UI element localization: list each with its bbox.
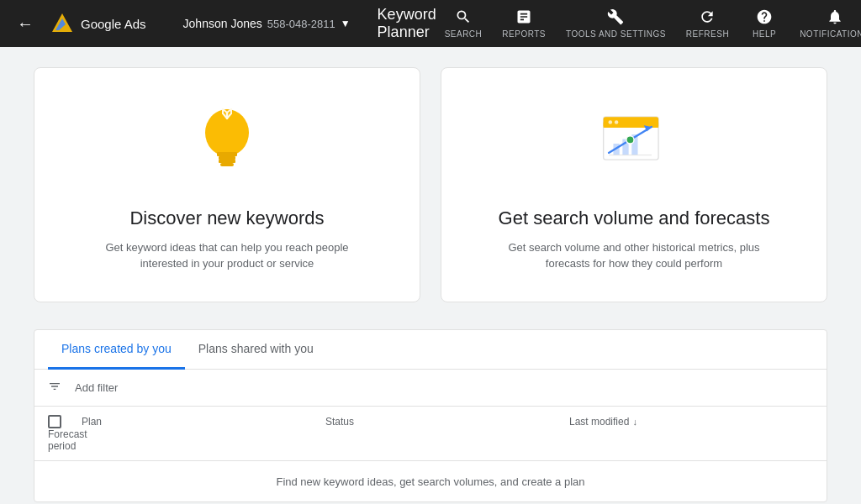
column-header-plan: Plan [82,416,325,428]
account-name: Johnson Jones [183,17,262,30]
column-header-forecast-period: Forecast period [48,428,82,452]
discover-keywords-icon-area [185,97,269,190]
help-nav-label: HELP [753,29,776,39]
svg-rect-6 [219,156,235,160]
svg-point-20 [615,120,619,124]
search-nav-button[interactable]: SEARCH [436,3,491,44]
account-selector[interactable]: Johnson Jones 558-048-2811 ▼ [183,17,351,30]
account-chevron-icon: ▼ [341,18,351,29]
add-filter-button[interactable]: Add filter [68,378,124,397]
last-modified-label: Last modified [569,416,629,428]
nav-actions-group: SEARCH REPORTS TOOLS AND SETTINGS REFRES… [436,3,861,45]
search-volume-title: Get search volume and forecasts [499,207,770,231]
reports-nav-label: REPORTS [502,29,546,39]
filter-bar: Add filter [34,370,827,407]
notifications-icon: 1 [827,8,843,28]
plans-section: Plans created by you Plans shared with y… [34,329,827,502]
account-id: 558-048-2811 [267,18,335,30]
notifications-nav-label: NOTIFICATIONS [800,29,861,39]
forecast-chart-icon [592,102,676,186]
empty-message-text: Find new keyword ideas, get search volum… [276,475,584,488]
table-header: Plan Status Last modified ↓ Forecast per… [34,407,827,461]
discover-keywords-title: Discover new keywords [129,207,324,231]
svg-point-19 [609,120,613,124]
plans-tabs: Plans created by you Plans shared with y… [34,330,827,370]
refresh-nav-button[interactable]: REFRESH [678,3,737,44]
refresh-icon [699,8,716,28]
notifications-nav-button[interactable]: 1 NOTIFICATIONS [791,3,861,44]
tools-icon [607,8,624,28]
svg-rect-5 [217,152,237,156]
search-volume-desc: Get search volume and other historical m… [508,239,760,272]
discover-keywords-desc: Get keyword ideas that can help you reac… [101,239,353,272]
tools-nav-label: TOOLS AND SETTINGS [566,29,666,39]
page-title: Keyword Planner [378,6,436,41]
sort-descending-icon: ↓ [632,417,637,427]
top-navigation: ← Google Ads Johnson Jones 558-048-2811 … [0,0,861,47]
column-header-checkbox [48,415,82,428]
column-header-status: Status [325,416,569,428]
reports-icon [515,8,532,28]
reports-nav-button[interactable]: REPORTS [494,3,554,44]
help-icon [756,8,773,28]
table-empty-message: Find new keyword ideas, get search volum… [34,461,827,501]
search-icon [455,8,472,28]
svg-rect-8 [220,163,234,166]
column-header-last-modified[interactable]: Last modified ↓ [569,416,813,428]
back-icon: ← [17,14,34,34]
search-nav-label: SEARCH [445,29,483,39]
brand-name: Google Ads [81,17,146,31]
select-all-checkbox[interactable] [48,415,61,428]
discover-keywords-card[interactable]: Discover new keywords Get keyword ideas … [34,67,420,302]
tab-plans-shared-with-you[interactable]: Plans shared with you [185,330,327,370]
main-content: Discover new keywords Get keyword ideas … [0,47,861,504]
option-cards-row: Discover new keywords Get keyword ideas … [34,67,827,302]
back-button[interactable]: ← [10,8,40,40]
google-ads-logo-area: Google Ads [40,12,156,35]
help-nav-button[interactable]: HELP [741,3,788,44]
refresh-nav-label: REFRESH [686,29,729,39]
svg-point-26 [626,136,634,144]
tools-settings-nav-button[interactable]: TOOLS AND SETTINGS [557,3,674,45]
svg-rect-7 [219,160,235,163]
google-ads-logo-icon [50,12,74,35]
search-volume-card[interactable]: Get search volume and forecasts Get sear… [441,67,827,302]
search-volume-icon-area [592,97,676,190]
tab-plans-created-by-you[interactable]: Plans created by you [48,330,185,370]
filter-icon [48,380,61,396]
lightbulb-icon [189,97,265,190]
